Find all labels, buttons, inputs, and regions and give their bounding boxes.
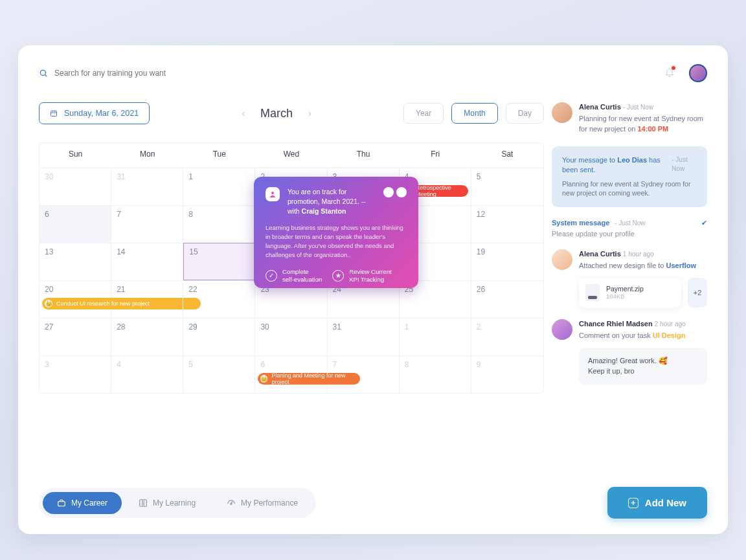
calendar-day[interactable]: 5 [471, 168, 543, 205]
popover-avatar [396, 187, 407, 197]
day-of-week-label: Mon [111, 143, 183, 168]
calendar-day[interactable]: 21 [111, 280, 183, 318]
activity-item[interactable]: Chance Rhiel Madsen 2 hour ago Comment o… [552, 319, 707, 385]
calendar-day[interactable]: 12 [471, 205, 543, 243]
search[interactable] [39, 69, 262, 78]
event-popover[interactable]: You are on track for promotion, March 20… [254, 177, 418, 288]
current-date-chip[interactable]: Sunday, Mar 6, 2021 [39, 102, 150, 124]
calendar-icon [50, 109, 58, 117]
event-icon: 👑 [45, 300, 52, 308]
calendar-day[interactable]: 1 [183, 168, 255, 205]
notification-dot [672, 66, 675, 70]
calendar-day[interactable]: 8 [183, 205, 255, 243]
popover-action-kpi[interactable]: ★ Review CurrentKPI Tracking [332, 268, 391, 284]
day-of-week-label: Tue [183, 143, 255, 168]
popover-action-self-eval[interactable]: ✓ Completeself-evaluation [266, 268, 322, 284]
view-month-button[interactable]: Month [451, 103, 497, 124]
zip-file-icon [585, 284, 600, 301]
calendar-panel: Sunday, Mar 6, 2021 ‹ March › Year Month… [39, 102, 544, 480]
briefcase-icon [57, 498, 66, 508]
calendar-day[interactable]: 27 [40, 318, 111, 355]
day-of-week-label: Sat [471, 143, 543, 168]
popover-body: Learning business strategy shows you are… [266, 223, 407, 260]
system-message: System message - Just Now ✔ Please updat… [552, 219, 707, 238]
activity-feed: Alena Curtis - Just Now Planning for new… [552, 102, 707, 480]
calendar-day[interactable]: 14 [111, 243, 183, 280]
avatar [552, 319, 572, 340]
activity-item[interactable]: Alena Curtis - Just Now Planning for new… [552, 102, 707, 135]
month-label: March [260, 107, 293, 120]
svg-rect-7 [58, 501, 65, 506]
top-bar [39, 62, 707, 84]
event-icon: 👑 [260, 375, 267, 383]
day-of-week-label: Sun [40, 143, 111, 168]
calendar-grid: SunMonTueWedThuFriSat 30311234🔥Retrospec… [39, 142, 544, 394]
calendar-day[interactable]: 7 [111, 205, 183, 243]
view-day-button[interactable]: Day [506, 103, 544, 124]
notifications-button[interactable] [664, 67, 675, 80]
calendar-day[interactable]: 22 [183, 280, 255, 318]
calendar-day[interactable]: 31 [328, 318, 400, 355]
star-icon: ★ [332, 270, 344, 282]
calendar-day[interactable]: 19 [471, 243, 543, 280]
bottom-bar: My Career My Learning My Performance + A… [39, 480, 707, 519]
svg-point-0 [40, 70, 45, 75]
calendar-day[interactable]: 30 [40, 168, 111, 205]
svg-rect-2 [51, 111, 57, 117]
app-card: Sunday, Mar 6, 2021 ‹ March › Year Month… [18, 45, 728, 534]
avatar [552, 102, 572, 123]
search-icon [39, 69, 48, 78]
calendar-day[interactable]: 30 [255, 318, 327, 355]
calendar-day[interactable]: 3 [40, 355, 111, 393]
calendar-day[interactable]: 26 [471, 280, 543, 318]
check-icon: ✔ [701, 219, 707, 227]
day-of-week-label: Wed [255, 143, 327, 168]
tab-my-learning[interactable]: My Learning [124, 492, 210, 514]
popover-avatar [383, 187, 394, 197]
calendar-day[interactable]: 2 [471, 318, 543, 355]
calendar-day[interactable]: 1 [400, 318, 471, 355]
more-attachments-button[interactable]: +2 [688, 278, 707, 308]
next-month-button[interactable]: › [308, 108, 311, 118]
avatar [552, 249, 572, 270]
view-switch: Year Month Day [403, 103, 544, 124]
calendar-header: Sunday, Mar 6, 2021 ‹ March › Year Month… [39, 102, 544, 124]
prev-month-button[interactable]: ‹ [242, 108, 245, 118]
calendar-day[interactable]: 15 [183, 243, 255, 280]
day-of-week-label: Thu [328, 143, 400, 168]
search-input[interactable] [54, 69, 262, 78]
comment-card: Amazing! Great work. 🥰 Keep it up, bro [579, 348, 707, 385]
calendar-day[interactable]: 31 [111, 168, 183, 205]
calendar-day[interactable]: 29 [183, 318, 255, 355]
svg-line-1 [45, 75, 47, 77]
calendar-day[interactable]: 20👑Conduct UI research for new project [40, 280, 111, 318]
popover-title: You are on track for promotion, March 20… [288, 187, 376, 217]
calendar-day[interactable]: 6👑Planing and Meeting for new project [255, 355, 327, 393]
plus-icon: + [628, 498, 639, 508]
tab-my-career[interactable]: My Career [43, 492, 122, 514]
gauge-icon [227, 498, 236, 508]
calendar-day[interactable]: 28 [111, 318, 183, 355]
calendar-day[interactable]: 7 [328, 355, 400, 393]
view-year-button[interactable]: Year [403, 103, 444, 124]
calendar-day[interactable]: 9 [471, 355, 543, 393]
calendar-day[interactable]: 13 [40, 243, 111, 280]
calendar-day[interactable]: 8 [400, 355, 471, 393]
add-new-button[interactable]: + Add New [607, 487, 707, 519]
attachment-card[interactable]: Payment.zip 184KB [579, 278, 681, 308]
book-icon [139, 498, 148, 508]
current-date-label: Sunday, Mar 6, 2021 [64, 109, 139, 118]
svg-point-8 [231, 503, 232, 504]
svg-line-9 [231, 501, 232, 502]
calendar-day[interactable]: 5 [183, 355, 255, 393]
popover-person-icon [266, 187, 280, 201]
svg-point-6 [271, 192, 274, 194]
user-avatar[interactable] [689, 64, 707, 82]
check-icon: ✓ [266, 270, 277, 282]
activity-item[interactable]: Alena Curtis 1 hour ago Attached new des… [552, 249, 707, 308]
tab-my-performance[interactable]: My Performance [212, 492, 312, 514]
calendar-day[interactable]: 6 [40, 205, 111, 243]
sent-message-card: Your message to Leo Dias has been sent. … [552, 146, 707, 207]
calendar-day[interactable]: 4 [111, 355, 183, 393]
day-of-week-label: Fri [400, 143, 471, 168]
